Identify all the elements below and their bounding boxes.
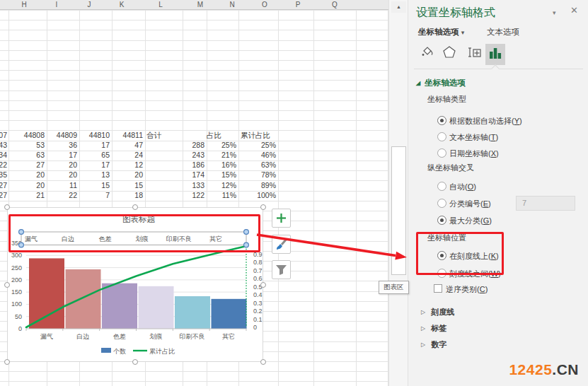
x-axis-label[interactable]: 色差	[113, 333, 126, 340]
table-header-cell[interactable]: 44811	[112, 131, 143, 141]
table-header-cell[interactable]: 占比	[207, 131, 236, 141]
panel-dropdown-icon[interactable]: ▾	[553, 9, 556, 16]
table-cell[interactable]: 25%	[207, 141, 236, 151]
table-cell[interactable]: 22	[47, 191, 77, 201]
section-number[interactable]: ▷数字	[421, 339, 446, 350]
chart-axis-icon[interactable]	[485, 44, 505, 65]
legend-swatch-bar[interactable]	[101, 348, 111, 353]
table-cell[interactable]: 22	[0, 160, 7, 170]
table-cell[interactable]: 16%	[207, 160, 236, 170]
chart-selection-handle[interactable]	[132, 359, 138, 365]
bar-白边[interactable]	[66, 269, 101, 329]
chart-selection-handle[interactable]	[260, 359, 266, 365]
table-cell[interactable]: 186	[181, 160, 204, 170]
table-cell[interactable]: 243	[181, 151, 204, 160]
table-cell[interactable]: 24	[112, 151, 143, 160]
table-header-cell[interactable]: 合计	[146, 131, 180, 141]
table-cell[interactable]: 11%	[207, 191, 236, 201]
legend-label-bar[interactable]: 个数	[113, 348, 126, 355]
x-axis-label[interactable]: 划痕	[149, 333, 162, 340]
table-cell[interactable]: 18	[112, 191, 143, 201]
close-icon[interactable]: ✕	[570, 5, 578, 16]
scrollbar-up-button[interactable]: ▲	[391, 1, 406, 13]
x-axis-label[interactable]: 其它	[222, 333, 235, 340]
table-cell[interactable]: 35	[0, 170, 7, 180]
table-cell[interactable]: 13	[79, 170, 110, 180]
bar-其它[interactable]	[212, 299, 247, 329]
table-header-cell[interactable]: 44808	[8, 131, 45, 141]
category-number-input[interactable]: 7	[516, 196, 575, 211]
table-header-cell[interactable]: 累计占比	[241, 131, 276, 141]
radio-E[interactable]	[437, 199, 446, 208]
table-cell[interactable]: 20	[47, 170, 77, 180]
section-axis-options[interactable]: ◢坐标轴选项	[416, 78, 466, 88]
legend-label-line[interactable]: 累计占比	[149, 348, 175, 355]
table-cell[interactable]: 17	[47, 151, 77, 160]
x-axis-label[interactable]: 印刷不良	[180, 333, 205, 340]
bar-漏气[interactable]	[29, 258, 64, 329]
chart-selection-handle[interactable]	[260, 282, 266, 288]
chart-elements-button[interactable]	[272, 209, 291, 228]
chart-selection-handle[interactable]	[132, 204, 138, 210]
table-cell[interactable]: 17	[79, 141, 110, 151]
radio-T[interactable]	[437, 132, 446, 141]
bar-色差[interactable]	[102, 283, 137, 329]
table-cell[interactable]: 15	[112, 181, 143, 191]
effects-icon[interactable]	[439, 44, 459, 65]
x-axis-label[interactable]: 漏气	[40, 333, 53, 340]
table-cell[interactable]: 15	[79, 181, 110, 191]
chart-selection-handle[interactable]	[4, 204, 10, 210]
table-cell[interactable]: 27	[0, 181, 7, 191]
table-header-cell[interactable]: 44809	[47, 131, 77, 141]
size-properties-icon[interactable]	[465, 44, 485, 65]
table-cell[interactable]: 11	[47, 181, 77, 191]
table-cell[interactable]: 17	[79, 160, 110, 170]
table-cell[interactable]: 27	[8, 160, 45, 170]
table-cell[interactable]: 7	[79, 191, 110, 201]
fill-icon[interactable]	[417, 44, 437, 65]
vertical-scrollbar[interactable]: ▲	[388, 0, 408, 386]
chart-selection-handle[interactable]	[260, 204, 266, 210]
x-axis-label[interactable]: 白边	[76, 333, 89, 340]
table-cell[interactable]: 20	[8, 181, 45, 191]
table-cell[interactable]: 27	[0, 191, 7, 201]
table-cell[interactable]: 12	[112, 160, 143, 170]
table-cell[interactable]: 122	[181, 191, 204, 201]
table-cell[interactable]: 288	[181, 141, 204, 151]
table-cell[interactable]: 78%	[241, 170, 276, 180]
radio-Y[interactable]	[437, 116, 446, 125]
table-cell[interactable]: 15%	[207, 170, 236, 180]
table-cell[interactable]: 43	[0, 141, 7, 151]
tab-axis-options[interactable]: 坐标轴选项 ▾	[418, 27, 464, 37]
table-cell[interactable]: 174	[181, 170, 204, 180]
table-cell[interactable]: 25%	[241, 141, 276, 151]
table-cell[interactable]: 20	[112, 170, 143, 180]
table-cell[interactable]: 89%	[241, 181, 276, 191]
table-cell[interactable]: 21	[8, 191, 45, 201]
radio-O[interactable]	[437, 182, 446, 191]
chart-selection-handle[interactable]	[4, 282, 10, 288]
table-header-cell[interactable]: 44810	[79, 131, 110, 141]
table-cell[interactable]: 53	[8, 141, 45, 151]
table-cell[interactable]: 63	[8, 151, 45, 160]
section-tick-marks[interactable]: ▷刻度线	[421, 307, 454, 317]
table-cell[interactable]: 100%	[241, 191, 276, 201]
table-cell[interactable]: 21%	[207, 151, 236, 160]
table-cell[interactable]: 20	[47, 160, 77, 170]
section-labels[interactable]: ▷标签	[421, 323, 446, 334]
tab-text-options[interactable]: 文本选项	[487, 27, 519, 37]
table-header-cell[interactable]: 07	[0, 131, 7, 141]
table-cell[interactable]: 12%	[207, 181, 236, 191]
table-cell[interactable]: 47	[112, 141, 143, 151]
table-cell[interactable]: 36	[47, 141, 77, 151]
radio-X[interactable]	[437, 148, 446, 158]
checkbox-C[interactable]	[434, 284, 442, 293]
table-cell[interactable]: 65	[79, 151, 110, 160]
table-cell[interactable]: 63%	[241, 160, 276, 170]
table-cell[interactable]: 20	[8, 170, 45, 180]
table-cell[interactable]: 34	[0, 151, 7, 160]
radio-G[interactable]	[437, 216, 446, 225]
table-cell[interactable]: 46%	[241, 151, 276, 160]
chart-selection-handle[interactable]	[4, 359, 10, 365]
table-cell[interactable]: 133	[181, 181, 204, 191]
